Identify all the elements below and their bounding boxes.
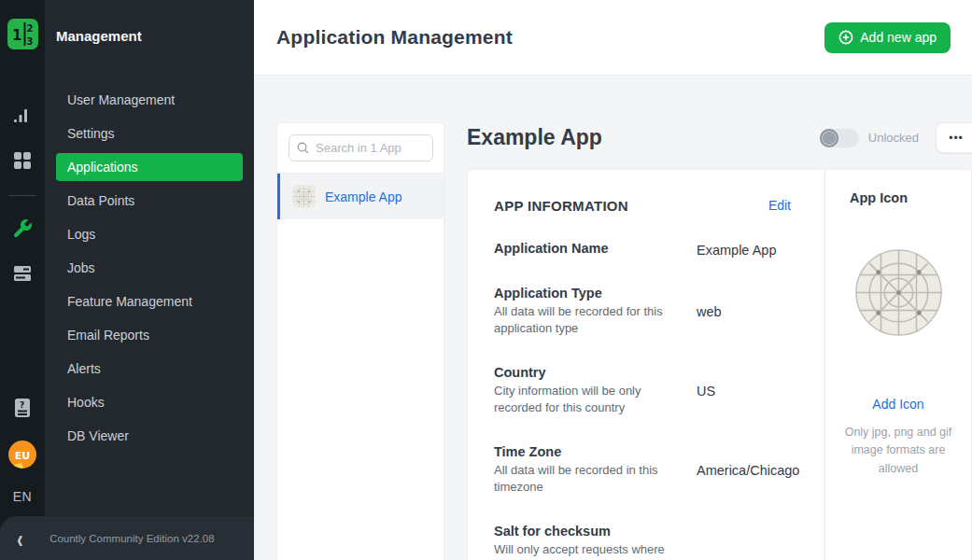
svg-text:2: 2 — [26, 23, 33, 34]
sidebar-icon-strip: 1 2 3 — [0, 0, 45, 560]
field-label: Application Type — [494, 286, 697, 301]
app-information-section: APP INFORMATION Edit Application Name Ex… — [468, 170, 824, 560]
sidebar-menu-item-label: DB Viewer — [67, 428, 129, 443]
sidebar-menu-item-label: User Management — [67, 92, 175, 107]
add-new-app-button[interactable]: Add new app — [824, 22, 951, 53]
collapse-sidebar-icon[interactable]: ‹ — [17, 525, 23, 552]
field-description: All data will be recorded in this timezo… — [494, 462, 681, 497]
management-wrench-icon[interactable] — [10, 217, 35, 241]
field-list: Application Name Example App Application… — [494, 241, 791, 560]
field-description: All data will be recorded for this appli… — [494, 303, 681, 338]
sidebar-menu-item[interactable]: Alerts — [56, 355, 243, 383]
field-description: City information will be only recorded f… — [494, 383, 681, 417]
app-search-input[interactable] — [289, 134, 433, 161]
sidebar-menu-item[interactable]: Email Reports — [56, 321, 243, 349]
sidebar-menu-item[interactable]: Logs — [56, 220, 243, 248]
svg-text:?: ? — [20, 400, 24, 410]
sidebar-menu-item[interactable]: Applications — [56, 153, 243, 181]
app-list-item[interactable]: Example App — [277, 174, 444, 219]
app-detail-header: Example App Unlocked ••• — [467, 122, 972, 153]
more-options-button[interactable]: ••• — [936, 122, 972, 153]
edit-link[interactable]: Edit — [768, 198, 791, 213]
sidebar-menu-item-label: Hooks — [67, 395, 105, 410]
field-value: America/Chicago — [697, 463, 799, 478]
avatar-initials: EU — [15, 450, 30, 462]
app-icon-panel: App Icon Add Icon Only jpg, png and gif … — [824, 170, 971, 560]
sidebar-menu-item[interactable]: Hooks — [56, 388, 243, 416]
field-row: Application Type All data will be record… — [494, 286, 791, 338]
field-label: Application Name — [494, 241, 697, 256]
lock-toggle[interactable] — [820, 129, 859, 147]
sidebar-menu-item[interactable]: User Management — [56, 86, 243, 114]
sidebar-menu-item-label: Settings — [67, 126, 115, 141]
app-info-card: APP INFORMATION Edit Application Name Ex… — [467, 169, 972, 560]
apps-grid-icon[interactable] — [10, 148, 35, 173]
field-row: Country City information will be only re… — [494, 365, 791, 417]
svg-text:3: 3 — [26, 36, 33, 47]
countly-logo-icon[interactable]: 1 2 3 — [7, 19, 38, 49]
sidebar-menu-item-label: Applications — [67, 160, 138, 175]
sidebar-menu-item-label: Data Points — [67, 193, 134, 208]
sidebar-menu-item[interactable]: Feature Management — [56, 287, 243, 315]
sidebar-menu-panel: Management User Management Settings Appl… — [45, 0, 254, 560]
field-label: Country — [494, 365, 697, 380]
page-header: Application Management Add new app — [254, 0, 972, 76]
icon-format-hint: Only jpg, png and gif image formats are … — [841, 424, 955, 478]
language-selector[interactable]: EN — [13, 489, 32, 504]
main-area: Application Management Add new app — [254, 0, 972, 560]
user-avatar[interactable]: EU — [8, 441, 36, 469]
sidebar-menu-item[interactable]: Data Points — [56, 187, 243, 215]
sidebar-menu-item[interactable]: DB Viewer — [56, 422, 243, 450]
sidebar-footer: ‹ Countly Community Edition v22.08 — [0, 516, 254, 560]
app-icon-title: App Icon — [850, 190, 908, 205]
sidebar-menu-item[interactable]: Settings — [56, 119, 243, 147]
sidebar-menu-item-label: Alerts — [67, 361, 101, 376]
app-search-section — [277, 123, 444, 174]
sidebar-menu-item-label: Logs — [67, 227, 95, 242]
add-icon-link[interactable]: Add Icon — [872, 397, 923, 412]
menu-section-title: Management — [45, 28, 254, 44]
search-icon — [296, 141, 310, 155]
app-list-item-label: Example App — [325, 189, 402, 204]
app-icon-placeholder — [854, 248, 943, 337]
strip-divider — [8, 195, 36, 196]
app-thumbnail-icon — [292, 185, 316, 208]
app-detail-title: Example App — [467, 125, 602, 150]
page-title: Application Management — [276, 26, 513, 49]
edition-version-label: Countly Community Edition v22.08 — [23, 533, 254, 544]
lock-status-label: Unlocked — [868, 131, 919, 145]
sidebar-menu-item-label: Email Reports — [67, 328, 149, 343]
app-list: Example App — [277, 174, 444, 219]
application-window: 1 2 3 — [0, 0, 972, 560]
sidebar: 1 2 3 — [0, 0, 254, 560]
field-value: Example App — [697, 243, 776, 258]
svg-text:1: 1 — [12, 27, 21, 44]
field-row: Application Name Example App — [494, 241, 791, 259]
field-label: Time Zone — [494, 444, 697, 459]
add-new-app-label: Add new app — [860, 30, 937, 45]
sidebar-menu-item-label: Jobs — [67, 260, 95, 275]
field-label: Salt for checksum — [494, 524, 697, 539]
sidebar-menu: User Management Settings Applications Da… — [45, 83, 254, 453]
section-title: APP INFORMATION — [494, 198, 628, 214]
field-row: Time Zone All data will be recorded in t… — [494, 444, 791, 497]
field-row: Salt for checksum Will only accept reque… — [494, 524, 791, 560]
help-document-icon[interactable]: ? — [10, 396, 35, 420]
sidebar-menu-item[interactable]: Jobs — [56, 254, 243, 282]
field-description: Will only accept requests where checksum… — [494, 541, 681, 560]
sidebar-menu-item-label: Feature Management — [67, 294, 192, 309]
database-server-icon[interactable] — [10, 261, 35, 286]
field-value: US — [697, 384, 715, 399]
field-value: web — [697, 304, 722, 319]
app-list-panel: Example App — [276, 122, 444, 560]
toggle-knob-icon — [820, 129, 838, 147]
app-detail: Example App Unlocked ••• APP INFORMATION… — [467, 122, 972, 560]
plus-circle-icon — [838, 30, 853, 45]
analytics-bar-chart-icon[interactable] — [10, 104, 35, 128]
content-area: Example App Example App Unlocked ••• — [254, 76, 972, 560]
